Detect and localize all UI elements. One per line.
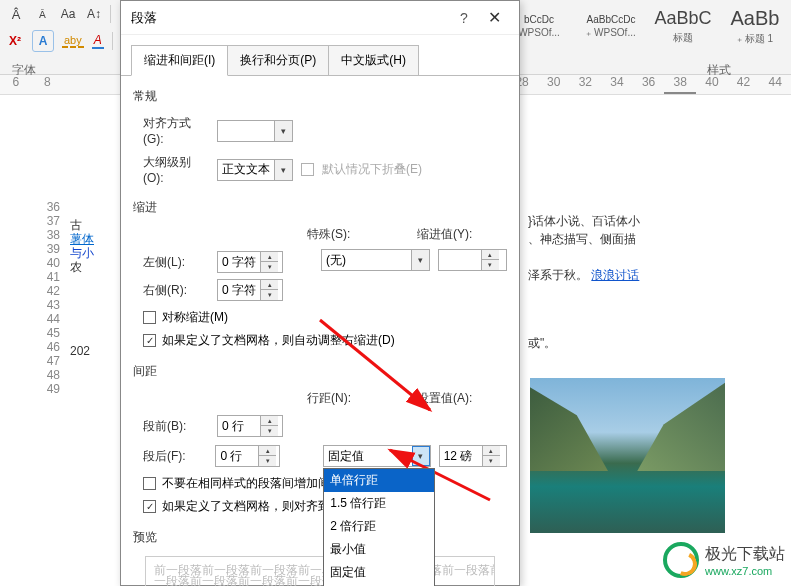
- dropdown-option[interactable]: 最小值: [324, 538, 434, 561]
- outline-select[interactable]: 正文文本▾: [217, 159, 293, 181]
- dialog-tabs: 缩进和间距(I) 换行和分页(P) 中文版式(H): [121, 35, 519, 76]
- space-before-label: 段前(B):: [133, 418, 209, 435]
- styles-gallery[interactable]: bCcDcWPSOf... AaBbCcDc₊ WPSOf... AaBbC标题…: [503, 0, 791, 55]
- mirror-indent-label: 对称缩进(M): [162, 309, 228, 326]
- auto-right-indent-checkbox[interactable]: [143, 334, 156, 347]
- chevron-down-icon: ▾: [274, 160, 292, 180]
- special-label: 特殊(S):: [307, 226, 417, 243]
- help-button[interactable]: ?: [449, 10, 479, 26]
- alignment-label: 对齐方式(G):: [133, 115, 209, 146]
- watermark-url: www.xz7.com: [705, 565, 785, 577]
- spin-up-icon[interactable]: ▴: [261, 252, 278, 262]
- chevron-down-icon: ▾: [412, 446, 430, 466]
- dialog-titlebar: 段落 ? ✕: [121, 1, 519, 35]
- spin-up-icon[interactable]: ▴: [483, 446, 500, 456]
- font-color-icon[interactable]: A: [92, 33, 104, 49]
- alignment-select[interactable]: ▾: [217, 120, 293, 142]
- spin-down-icon[interactable]: ▾: [261, 426, 278, 436]
- line-spacing-label: 行距(N):: [307, 390, 417, 407]
- paragraph-dialog: 段落 ? ✕ 缩进和间距(I) 换行和分页(P) 中文版式(H) 常规 对齐方式…: [120, 0, 520, 586]
- watermark-title: 极光下载站: [705, 544, 785, 565]
- dropdown-option[interactable]: 单倍行距: [324, 469, 434, 492]
- doc-text-right: }话体小说、百话体小 、神态描写、侧面描 泽系于秋。 浪浪讨话 或"。: [528, 212, 718, 352]
- snap-to-grid-checkbox[interactable]: [143, 500, 156, 513]
- indent-by-spinner[interactable]: ▴▾: [438, 249, 507, 271]
- section-general: 常规: [133, 88, 507, 105]
- watermark: 极光下载站 www.xz7.com: [663, 542, 785, 578]
- spin-down-icon[interactable]: ▾: [261, 262, 278, 272]
- spin-up-icon[interactable]: ▴: [259, 446, 276, 456]
- outline-label: 大纲级别(O):: [133, 154, 209, 185]
- chevron-down-icon: ▾: [411, 250, 429, 270]
- collapse-label: 默认情况下折叠(E): [322, 161, 422, 178]
- tab-indent-spacing[interactable]: 缩进和间距(I): [131, 45, 228, 76]
- tab-line-page-breaks[interactable]: 换行和分页(P): [228, 45, 329, 76]
- collapse-checkbox: [301, 163, 314, 176]
- left-indent-spinner[interactable]: ▴▾: [217, 251, 283, 273]
- special-indent-select[interactable]: (无)▾: [321, 249, 430, 271]
- spin-down-icon[interactable]: ▾: [259, 456, 276, 466]
- style-card[interactable]: AaBbC标题: [647, 0, 719, 52]
- text-effects-icon[interactable]: A: [32, 30, 54, 52]
- document-image: [530, 378, 725, 533]
- tab-asian-typography[interactable]: 中文版式(H): [329, 45, 419, 76]
- space-after-spinner[interactable]: ▴▾: [215, 445, 279, 467]
- spin-down-icon[interactable]: ▾: [482, 260, 499, 270]
- spin-up-icon[interactable]: ▴: [261, 280, 278, 290]
- spin-down-icon[interactable]: ▾: [261, 290, 278, 300]
- phonetic-guide-icon[interactable]: A↕: [84, 4, 104, 24]
- at-label: 设置值(A):: [417, 390, 507, 407]
- grow-font-icon[interactable]: Â: [6, 4, 26, 24]
- section-indent: 缩进: [133, 199, 507, 216]
- highlight-icon[interactable]: aby: [62, 34, 84, 48]
- left-indent-label: 左侧(L):: [133, 254, 209, 271]
- watermark-logo-icon: [663, 542, 699, 578]
- line-spacing-dropdown: 单倍行距 1.5 倍行距 2 倍行距 最小值 固定值 多倍行距: [323, 468, 435, 586]
- doc-fragment-left: 古 薯体 与小 农 202: [70, 218, 94, 358]
- space-before-spinner[interactable]: ▴▾: [217, 415, 283, 437]
- at-value-spinner[interactable]: ▴▾: [439, 445, 507, 467]
- space-after-label: 段后(F):: [133, 448, 207, 465]
- line-spacing-select[interactable]: 固定值 ▾ 单倍行距 1.5 倍行距 2 倍行距 最小值 固定值 多倍行距: [323, 445, 430, 467]
- right-indent-label: 右侧(R):: [133, 282, 209, 299]
- no-space-same-style-label: 不要在相同样式的段落间增加间: [162, 475, 330, 492]
- clear-format-icon[interactable]: X²: [6, 32, 24, 50]
- doc-link[interactable]: 浪浪讨话: [591, 268, 639, 282]
- dropdown-option[interactable]: 1.5 倍行距: [324, 492, 434, 515]
- line-numbers: 3637383940414243444546474849: [40, 200, 60, 396]
- snap-to-grid-label: 如果定义了文档网格，则对齐到: [162, 498, 330, 515]
- dropdown-option[interactable]: 固定值: [324, 561, 434, 584]
- spin-up-icon[interactable]: ▴: [482, 250, 499, 260]
- chevron-down-icon: ▾: [274, 121, 292, 141]
- shrink-font-icon[interactable]: Ǎ: [32, 4, 52, 24]
- preview-label: 预览: [133, 529, 507, 546]
- style-card[interactable]: AaBb₊ 标题 1: [719, 0, 791, 52]
- section-spacing: 间距: [133, 363, 507, 380]
- spin-up-icon[interactable]: ▴: [261, 416, 278, 426]
- spin-down-icon[interactable]: ▾: [483, 456, 500, 466]
- preview-box: 前一段落前一段落前一段落前一段落前一段落前一段落前一段落前一段落前一段落前一段落…: [145, 556, 495, 586]
- mirror-indent-checkbox[interactable]: [143, 311, 156, 324]
- close-button[interactable]: ✕: [479, 8, 509, 27]
- tab-body: 常规 对齐方式(G): ▾ 大纲级别(O): 正文文本▾ 默认情况下折叠(E) …: [121, 75, 519, 586]
- style-card[interactable]: AaBbCcDc₊ WPSOf...: [575, 0, 647, 52]
- no-space-same-style-checkbox[interactable]: [143, 477, 156, 490]
- auto-right-indent-label: 如果定义了文档网格，则自动调整右缩进(D): [162, 332, 395, 349]
- dialog-title: 段落: [131, 9, 449, 27]
- right-indent-spinner[interactable]: ▴▾: [217, 279, 283, 301]
- indent-by-label: 缩进值(Y):: [417, 226, 507, 243]
- dropdown-option[interactable]: 2 倍行距: [324, 515, 434, 538]
- change-case-icon[interactable]: Aa: [58, 4, 78, 24]
